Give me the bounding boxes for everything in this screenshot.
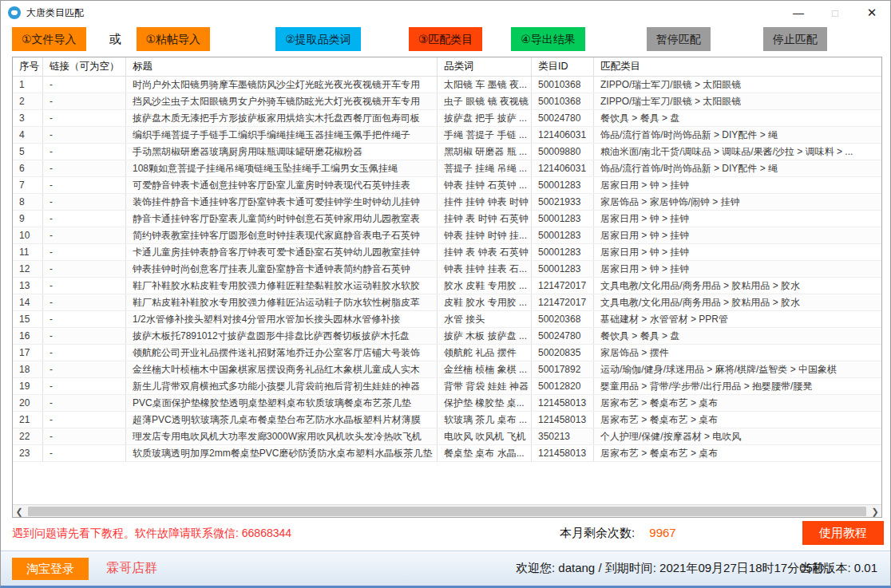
cell-matched-category: 餐饮具 > 餐具 > 盘: [594, 328, 881, 344]
cell-index: 2: [13, 93, 43, 109]
paste-import-button[interactable]: ①粘帖导入: [137, 27, 211, 51]
stop-match-button[interactable]: 停止匹配: [763, 27, 827, 51]
col-header-keywords[interactable]: 品类词: [438, 57, 532, 76]
maximize-button[interactable]: □: [817, 1, 853, 25]
table-row[interactable]: 4 - 编织手绳菩提子手链手工编织手编绳挂绳玉器挂绳玉佩手把件绳子 手绳 菩提子…: [13, 127, 881, 144]
table-row[interactable]: 14 - 鞋厂粘皮鞋补鞋胶水专用胶强力修鞋匠沾运动鞋子防水软性树脂皮革 皮鞋 胶…: [13, 294, 881, 311]
cell-link: -: [43, 345, 126, 361]
app-window: 大唐类目匹配 — □ ✕ ①文件导入 或 ①粘帖导入 ②提取品类词 ③匹配类目 …: [0, 0, 891, 588]
export-result-button[interactable]: ④导出结果: [511, 27, 585, 51]
cell-title: 108颗如意菩提子挂绳吊绳项链绳玉坠挂绳手工编男女玉佩挂绳: [126, 160, 438, 176]
tutorial-button[interactable]: 使用教程: [802, 521, 884, 545]
col-header-category-id[interactable]: 类目ID: [532, 57, 594, 76]
file-import-button[interactable]: ①文件导入: [12, 27, 86, 51]
table-row[interactable]: 1 - 时尚户外太阳镜男骑摩车墨镜防风沙尘灯光眩光夜光夜视镜开车专用 太阳镜 车…: [13, 77, 881, 93]
col-header-matched-category[interactable]: 匹配类目: [594, 57, 881, 76]
table-row[interactable]: 2 - 挡风沙尘虫子太阳眼镜男女户外骑车镜防眩光大灯光夜视镜开车专用 虫子 眼镜…: [13, 93, 881, 110]
cell-link: -: [43, 227, 126, 243]
cell-keywords: 钟表 挂钟 时钟 挂...: [438, 227, 532, 243]
cell-matched-category: ZIPPO/瑞士军刀/眼镜 > 太阳眼镜: [594, 93, 881, 109]
close-button[interactable]: ✕: [853, 1, 890, 25]
cell-index: 7: [13, 177, 43, 193]
cell-keywords: 挂件 挂钟 钟表 时钟: [438, 194, 532, 210]
table-row[interactable]: 6 - 108颗如意菩提子挂绳吊绳项链绳玉坠挂绳手工编男女玉佩挂绳 菩提子 挂绳…: [13, 160, 881, 177]
minimize-button[interactable]: —: [780, 1, 817, 25]
taobao-login-button[interactable]: 淘宝登录: [12, 558, 89, 580]
version-text: 当前版本: 0.01: [799, 561, 877, 576]
cell-link: -: [43, 361, 126, 377]
cell-link: -: [43, 428, 126, 444]
cell-category-id: 121472017: [532, 278, 594, 294]
table-row[interactable]: 20 - PVC桌面保护垫橡胶垫透明桌垫塑料桌布软质玻璃餐桌布艺茶几垫 保护垫 …: [13, 395, 881, 412]
scrollbar-thumb[interactable]: [28, 507, 866, 516]
table-row[interactable]: 18 - 金丝楠大叶桢楠木中国象棋家居摆设商务礼品红木象棋儿童成人实木 金丝楠 …: [13, 361, 881, 378]
table-row[interactable]: 10 - 简约钟表教室挂钟客厅圆形创意时钟挂表现代家庭静音表电子石英钟 钟表 挂…: [13, 227, 881, 244]
cell-category-id: 50001283: [532, 227, 594, 243]
cell-keywords: 披萨 木板 披萨盘 ...: [438, 328, 532, 344]
table-row[interactable]: 5 - 手动黑胡椒研磨器玻璃厨房用味瓶调味罐研磨花椒粉器 黑胡椒 研磨器 瓶 .…: [13, 144, 881, 160]
cell-title: 简约钟表教室挂钟客厅圆形创意时钟挂表现代家庭静音表电子石英钟: [126, 227, 438, 243]
cell-category-id: 50020835: [532, 345, 594, 361]
cell-category-id: 121406031: [532, 127, 594, 143]
scroll-right-icon[interactable]: ❯: [869, 505, 881, 518]
match-category-button[interactable]: ③匹配类目: [409, 27, 483, 51]
table-row[interactable]: 13 - 鞋厂补鞋胶水粘皮鞋专用胶强力修鞋匠鞋垫黏鞋胶水运动鞋胶水软胶 胶水 皮…: [13, 278, 881, 294]
cell-index: 5: [13, 144, 43, 160]
cell-keywords: 挂钟 表 钟表 石英钟: [438, 244, 532, 260]
col-header-link[interactable]: 链接（可为空）: [43, 57, 126, 76]
table-row[interactable]: 22 - 理发店专用电吹风机大功率发廊3000W家用吹风机吹头发冷热吹飞机 电吹…: [13, 428, 881, 445]
cell-matched-category: 运动/瑜伽/健身/球迷用品 > 麻将/棋牌/益智类 > 中国象棋: [594, 361, 881, 377]
table-header: 序号 链接（可为空） 标题 品类词 类目ID 匹配类目: [13, 57, 881, 77]
extract-keywords-button[interactable]: ②提取品类词: [275, 27, 361, 51]
cell-link: -: [43, 445, 126, 461]
remaining-count: 本月剩余次数: 9967: [560, 526, 676, 541]
cell-title: 金丝楠大叶桢楠木中国象棋家居摆设商务礼品红木象棋儿童成人实木: [126, 361, 438, 377]
cell-category-id: 50012820: [532, 378, 594, 394]
horizontal-scrollbar[interactable]: ❮ ❯: [13, 504, 881, 517]
table-row[interactable]: 8 - 装饰挂件静音卡通挂钟客厅卧室钟表卡通可爱挂钟学生时钟幼儿挂钟 挂件 挂钟…: [13, 194, 881, 211]
cell-index: 4: [13, 127, 43, 143]
cell-category-id: 50024780: [532, 110, 594, 126]
table-row[interactable]: 16 - 披萨木板托7891012寸披萨盘圆形牛排盘比萨西餐切板披萨木托盘 披萨…: [13, 328, 881, 345]
help-text: 遇到问题请先看下教程。软件故障请联系微信: 66868344: [12, 527, 291, 541]
table-row[interactable]: 7 - 可爱静音钟表卡通创意挂钟客厅卧室儿童房时钟表现代石英钟挂表 钟表 挂钟 …: [13, 177, 881, 194]
cell-title: 手动黑胡椒研磨器玻璃厨房用味瓶调味罐研磨花椒粉器: [126, 144, 438, 160]
table-row[interactable]: 12 - 钟表挂钟时尚创意客厅挂表儿童卧室静音卡通钟表简约静音石英钟 钟表 挂钟…: [13, 261, 881, 278]
col-header-index[interactable]: 序号: [13, 57, 43, 76]
table-row[interactable]: 21 - 超薄PVC透明软玻璃茶几桌布餐桌垫台布艺防水水晶板塑料片材薄膜 软玻璃…: [13, 412, 881, 428]
cell-index: 6: [13, 160, 43, 176]
cell-matched-category: 家居饰品 > 家居钟饰/闹钟 > 挂钟: [594, 194, 881, 210]
cell-category-id: 50024780: [532, 328, 594, 344]
cell-index: 1: [13, 77, 43, 93]
shop-group-link[interactable]: 霖哥店群: [106, 560, 157, 577]
cell-title: 领航舵公司开业礼品摆件送礼招财落地乔迁办公室客厅店铺大号装饰: [126, 345, 438, 361]
cell-link: -: [43, 93, 126, 109]
cell-keywords: 水管 接头: [438, 311, 532, 327]
cell-link: -: [43, 328, 126, 344]
cell-index: 3: [13, 110, 43, 126]
cell-index: 22: [13, 428, 43, 444]
table-row[interactable]: 17 - 领航舵公司开业礼品摆件送礼招财落地乔迁办公室客厅店铺大号装饰 领航舵 …: [13, 345, 881, 361]
scroll-left-icon[interactable]: ❮: [13, 505, 26, 518]
table-row[interactable]: 19 - 新生儿背带双肩横抱式多功能小孩婴儿背袋前抱后背初生娃娃的神器 背带 背…: [13, 378, 881, 395]
cell-category-id: 50001283: [532, 211, 594, 227]
cell-title: 理发店专用电吹风机大功率发廊3000W家用吹风机吹头发冷热吹飞机: [126, 428, 438, 444]
table-row[interactable]: 3 - 披萨盘木质无漆把手方形披萨板家用烘焙实木托盘西餐厅面包寿司板 披萨盘 把…: [13, 110, 881, 127]
cell-category-id: 350213: [532, 428, 594, 444]
cell-keywords: 皮鞋 胶水 专用胶 ...: [438, 294, 532, 310]
cell-title: 可爱静音钟表卡通创意挂钟客厅卧室儿童房时钟表现代石英钟挂表: [126, 177, 438, 193]
cell-link: -: [43, 144, 126, 160]
table-row[interactable]: 15 - 1/2水管修补接头塑料对接4分管用水管加长接头园林水管修补接 水管 接…: [13, 311, 881, 328]
table-row[interactable]: 23 - 软质玻璃透明加厚2mm餐桌垫PVC磨砂防烫防水桌布塑料水晶板茶几垫 餐…: [13, 445, 881, 462]
col-header-title[interactable]: 标题: [126, 57, 438, 76]
cell-index: 10: [13, 227, 43, 243]
cell-keywords: 虫子 眼镜 镜 夜视镜: [438, 93, 532, 109]
remaining-label: 本月剩余次数:: [560, 526, 635, 539]
cell-category-id: 50017892: [532, 361, 594, 377]
cell-category-id: 50001283: [532, 244, 594, 260]
version-label: 当前版本:: [799, 561, 850, 574]
table-row[interactable]: 11 - 卡通儿童房挂钟表静音客厅钟表可爱卡通卧室石英钟幼儿园教室挂钟 挂钟 表…: [13, 244, 881, 261]
table-row[interactable]: 9 - 静音卡通挂钟客厅卧室表儿童简约时钟创意石英钟家用幼儿园教室表 挂钟 表 …: [13, 211, 881, 227]
pause-match-button[interactable]: 暂停匹配: [647, 27, 711, 51]
cell-keywords: 电吹风 吹风机 飞机: [438, 428, 532, 444]
